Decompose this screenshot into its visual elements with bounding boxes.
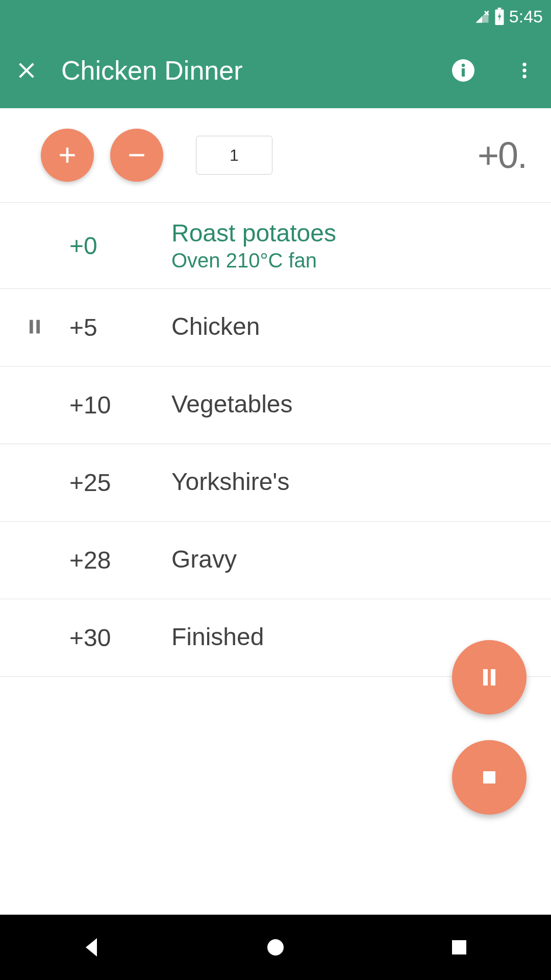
svg-rect-3 <box>462 68 465 77</box>
stop-fab[interactable] <box>452 740 527 815</box>
page-title: Chicken Dinner <box>61 55 416 86</box>
step-time: +10 <box>69 391 171 419</box>
more-options-button[interactable] <box>510 56 539 85</box>
svg-point-5 <box>522 63 526 66</box>
svg-point-13 <box>267 939 284 955</box>
step-text: Roast potatoes Oven 210°C fan <box>171 219 527 272</box>
nav-back-button[interactable] <box>41 927 143 968</box>
pause-icon <box>24 316 45 339</box>
step-title: Chicken <box>171 312 527 340</box>
step-title: Yorkshire's <box>171 468 527 496</box>
svg-point-4 <box>462 64 465 67</box>
step-row[interactable]: +10 Vegetables <box>0 366 551 444</box>
status-bar: 5:45 <box>0 0 551 33</box>
svg-rect-8 <box>30 320 33 333</box>
svg-rect-1 <box>497 8 501 9</box>
nav-recent-button[interactable] <box>408 927 510 968</box>
step-row[interactable]: +5 Chicken <box>0 289 551 366</box>
pause-fab[interactable] <box>452 640 527 715</box>
app-bar: Chicken Dinner <box>0 33 551 108</box>
close-button[interactable] <box>12 56 41 85</box>
step-text: Gravy <box>171 545 527 575</box>
step-time: +0 <box>69 232 171 260</box>
step-time: +28 <box>69 546 171 574</box>
step-title: Vegetables <box>171 390 527 418</box>
svg-rect-11 <box>491 669 495 685</box>
svg-rect-10 <box>483 669 488 685</box>
navigation-bar <box>0 915 551 980</box>
svg-rect-12 <box>483 771 495 783</box>
step-row[interactable]: +28 Gravy <box>0 522 551 599</box>
step-text: Vegetables <box>171 390 527 420</box>
main-content: +0. +0 Roast potatoes Oven 210°C fan +5 … <box>0 108 551 915</box>
step-row[interactable]: +0 Roast potatoes Oven 210°C fan <box>0 203 551 289</box>
nav-home-button[interactable] <box>224 927 327 968</box>
svg-point-6 <box>522 68 526 72</box>
increment-button[interactable] <box>41 129 94 182</box>
battery-charging-icon <box>494 8 505 25</box>
step-title: Gravy <box>171 545 527 573</box>
step-text: Yorkshire's <box>171 468 527 498</box>
info-button[interactable] <box>449 56 478 85</box>
controls-row: +0. <box>0 108 551 203</box>
decrement-button[interactable] <box>110 129 163 182</box>
step-time: +25 <box>69 469 171 497</box>
step-text: Chicken <box>171 312 527 342</box>
signal-icon <box>474 9 490 24</box>
step-icon-col <box>24 316 69 339</box>
step-time: +30 <box>69 624 171 652</box>
svg-rect-14 <box>452 940 466 954</box>
status-time: 5:45 <box>509 7 543 27</box>
step-subtitle: Oven 210°C fan <box>171 249 527 272</box>
timer-display: +0. <box>478 134 527 176</box>
step-row[interactable]: +25 Yorkshire's <box>0 444 551 522</box>
svg-point-7 <box>522 75 526 78</box>
quantity-input[interactable] <box>196 136 272 175</box>
svg-rect-9 <box>36 320 40 333</box>
step-title: Roast potatoes <box>171 219 527 247</box>
step-time: +5 <box>69 313 171 341</box>
